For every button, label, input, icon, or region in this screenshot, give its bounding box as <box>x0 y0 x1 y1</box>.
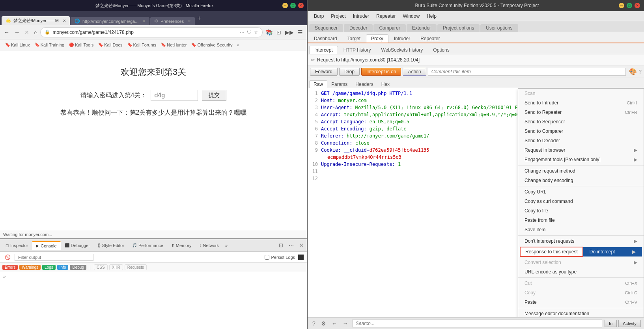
ctx-send-sequencer[interactable]: Send to Sequencer <box>518 117 644 126</box>
ctx-send-comparer[interactable]: Send to Comparer <box>518 126 644 136</box>
menu-button[interactable]: ☰ <box>296 28 304 36</box>
menu-repeater[interactable]: Repeater <box>373 13 399 20</box>
burp-help-btn[interactable]: ? <box>311 320 317 327</box>
help-icon[interactable]: ? <box>638 69 642 75</box>
bookmark-icon[interactable]: ⋯ <box>240 30 245 35</box>
forward-button[interactable]: → <box>13 28 21 36</box>
filter-info[interactable]: Info <box>57 265 69 270</box>
tab-comparer[interactable]: Comparer <box>373 24 405 32</box>
menu-intruder[interactable]: Intruder <box>350 13 372 20</box>
filter-logs[interactable]: Logs <box>42 265 56 270</box>
dt-tab-debugger[interactable]: ⬛ Debugger <box>61 242 94 249</box>
ff-minimize-btn[interactable]: ─ <box>282 3 288 8</box>
ctx-change-method[interactable]: Change request method <box>518 166 644 176</box>
ctx-response-to-request[interactable]: Response to this request <box>520 247 583 257</box>
ctx-msg-editor-doc[interactable]: Message editor documentation <box>518 309 644 317</box>
burp-minimize-btn[interactable]: ─ <box>619 3 624 8</box>
menu-burp[interactable]: Burp <box>311 13 327 20</box>
submit-button[interactable]: 提交 <box>202 90 226 101</box>
dt-tab-network[interactable]: ↕ Network <box>196 242 223 249</box>
bookmarks-more[interactable]: » <box>235 42 241 48</box>
drop-button[interactable]: Drop <box>339 68 360 76</box>
password-input[interactable] <box>151 90 198 101</box>
bm-kali-linux[interactable]: 🔖 Kali Linux <box>3 42 32 48</box>
devtools-more[interactable]: » <box>223 242 230 249</box>
synced-tabs-icon[interactable]: ⊡ <box>275 28 283 36</box>
burp-activity-btn[interactable]: Activity <box>618 320 641 327</box>
color-picker-icon[interactable]: 🎨 <box>629 68 637 75</box>
proxy-tab-http-history[interactable]: HTTP history <box>339 46 376 54</box>
ff-tab-2-close[interactable]: ✕ <box>142 19 146 23</box>
ff-maximize-btn[interactable]: □ <box>290 3 296 8</box>
persist-logs-checkbox[interactable] <box>265 255 269 260</box>
burp-back-btn[interactable]: ← <box>330 320 339 327</box>
ctx-dont-intercept[interactable]: Don't intercept requests ▶ <box>518 236 644 246</box>
dt-tab-memory[interactable]: ⬆ Memory <box>167 242 196 249</box>
menu-help[interactable]: Help <box>424 13 440 20</box>
clear-console-btn[interactable]: 🚫 <box>3 254 12 261</box>
dt-tab-style-editor[interactable]: {} Style Editor <box>94 242 128 249</box>
bm-kali-forums[interactable]: 🔖 Kali Forums <box>125 42 159 48</box>
proxy-tab-intercept[interactable]: Intercept <box>309 46 338 54</box>
ctx-change-encoding[interactable]: Change body encoding <box>518 176 644 185</box>
burp-in-btn[interactable]: In <box>605 320 617 327</box>
req-tab-hex[interactable]: Hex <box>377 81 394 88</box>
req-tab-params[interactable]: Params <box>327 81 351 88</box>
home-button[interactable]: ⌂ <box>32 28 39 36</box>
tab-sequencer[interactable]: Sequencer <box>309 24 343 32</box>
ctx-send-decoder[interactable]: Send to Decoder <box>518 136 644 145</box>
dt-more-btn[interactable]: ⋯ <box>287 242 295 249</box>
ff-close-btn[interactable]: ✕ <box>298 3 304 8</box>
dt-dock-btn[interactable]: ⊡ <box>277 242 285 249</box>
back-button[interactable]: ← <box>2 28 11 36</box>
console-filter-input[interactable] <box>15 254 93 261</box>
filter-errors[interactable]: Errors <box>2 265 18 270</box>
filter-warnings[interactable]: Warnings <box>19 265 41 270</box>
ff-tab-1-close[interactable]: ✕ <box>63 19 66 23</box>
url-bar[interactable]: 🔒 monyer.com/game/game1/424178.php ⋯ 🛡 ☆ <box>40 27 263 37</box>
tab-proxy[interactable]: Proxy <box>366 34 388 43</box>
ctx-url-encode[interactable]: URL-encode as you type <box>518 267 644 277</box>
extensions-icon[interactable]: ▶▶ <box>284 28 295 36</box>
ctx-engagement-tools[interactable]: Engagement tools [Pro version only] ▶ <box>518 155 644 164</box>
tab-intruder[interactable]: Intruder <box>389 35 415 43</box>
burp-close-btn[interactable]: ✕ <box>635 3 640 8</box>
proxy-tab-websockets[interactable]: WebSockets history <box>377 46 428 54</box>
burp-forward-nav-btn[interactable]: → <box>341 320 350 327</box>
proxy-tab-options[interactable]: Options <box>428 46 454 54</box>
bm-nethunter[interactable]: 🔖 NetHunter <box>159 42 189 48</box>
tab-project-options[interactable]: Project options <box>437 24 480 32</box>
filter-css[interactable]: CSS <box>94 264 108 270</box>
new-tab-button[interactable]: + <box>196 15 202 22</box>
ff-tab-3-close[interactable]: ✕ <box>188 19 191 23</box>
tab-user-options[interactable]: User options <box>480 24 518 32</box>
action-button[interactable]: Action <box>403 68 426 76</box>
tab-repeater[interactable]: Repeater <box>416 35 444 43</box>
filter-xhr[interactable]: XHR <box>109 264 123 270</box>
req-tab-raw[interactable]: Raw <box>309 80 327 88</box>
tab-target[interactable]: Target <box>343 35 365 43</box>
ff-tab-2[interactable]: 🌐 http://monyer.com/game/ga... ✕ <box>71 17 149 25</box>
tab-dashboard[interactable]: Dashboard <box>309 35 342 43</box>
burp-settings-btn[interactable]: ⚙ <box>319 320 328 327</box>
ctx-do-intercept[interactable]: Do intercept ▶ <box>583 247 642 257</box>
ctx-copy-curl[interactable]: Copy as curl command <box>518 197 644 206</box>
comment-input[interactable] <box>428 68 626 76</box>
ctx-copy-file[interactable]: Copy to file <box>518 206 644 216</box>
menu-project[interactable]: Project <box>328 13 349 20</box>
star-icon[interactable]: ☆ <box>254 30 258 35</box>
dt-tab-performance[interactable]: 🎵 Performance <box>128 242 167 249</box>
ff-tab-1[interactable]: 🌟 梦之光芒/Monyer——M ✕ <box>2 16 70 25</box>
bm-kali-tools[interactable]: 🔴 Kali Tools <box>67 42 95 48</box>
ctx-save-item[interactable]: Save item <box>518 225 644 234</box>
burp-search-input[interactable] <box>352 320 602 327</box>
dt-tab-console[interactable]: ▶ Console <box>32 241 60 250</box>
ctx-paste[interactable]: Paste Ctrl+V <box>518 297 644 307</box>
bm-offensive[interactable]: 🔖 Offensive Security <box>189 42 234 48</box>
filter-debug[interactable]: Debug <box>70 265 86 270</box>
bm-kali-training[interactable]: 🔖 Kali Training <box>33 42 67 48</box>
tab-extender[interactable]: Extender <box>407 24 437 32</box>
dt-close-btn[interactable]: ✕ <box>298 242 305 249</box>
forward-button[interactable]: Forward <box>310 68 338 76</box>
ctx-paste-file[interactable]: Paste from file <box>518 216 644 225</box>
